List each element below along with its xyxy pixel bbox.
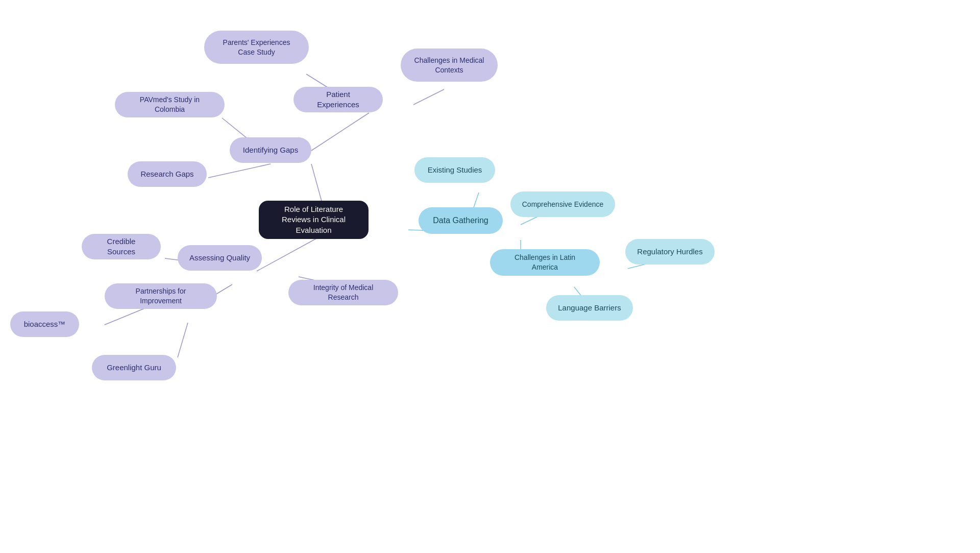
pavmed-colombia-node[interactable]: PAVmed's Study in Colombia [115,92,225,117]
credible-sources-node[interactable]: Credible Sources [82,234,161,259]
parents-experiences-node[interactable]: Parents' Experiences Case Study [204,31,309,64]
center-node[interactable]: Role of Literature Reviews in Clinical E… [259,201,369,239]
regulatory-hurdles-node[interactable]: Regulatory Hurdles [625,239,715,265]
svg-line-1 [257,238,316,271]
svg-line-3 [311,113,369,151]
greenlight-guru-node[interactable]: Greenlight Guru [92,355,176,380]
language-barriers-node[interactable]: Language Barriers [546,295,633,321]
svg-line-7 [413,89,444,105]
comprehensive-evidence-node[interactable]: Comprehensive Evidence [510,191,615,217]
svg-line-12 [178,323,188,357]
existing-studies-node[interactable]: Existing Studies [414,157,495,183]
svg-line-5 [208,164,271,178]
research-gaps-node[interactable]: Research Gaps [128,161,207,187]
challenges-medical-node[interactable]: Challenges in Medical Contexts [401,49,498,82]
assessing-quality-node[interactable]: Assessing Quality [178,245,262,271]
identifying-gaps-node[interactable]: Identifying Gaps [230,137,311,163]
partnerships-node[interactable]: Partnerships for Improvement [105,283,217,309]
challenges-latam-node[interactable]: Challenges in Latin America [490,249,600,276]
integrity-medical-node[interactable]: Integrity of Medical Research [288,280,398,305]
patient-experiences-node[interactable]: Patient Experiences [293,87,383,112]
bioaccess-node[interactable]: bioaccess™ [10,311,79,337]
data-gathering-node[interactable]: Data Gathering [419,207,503,234]
